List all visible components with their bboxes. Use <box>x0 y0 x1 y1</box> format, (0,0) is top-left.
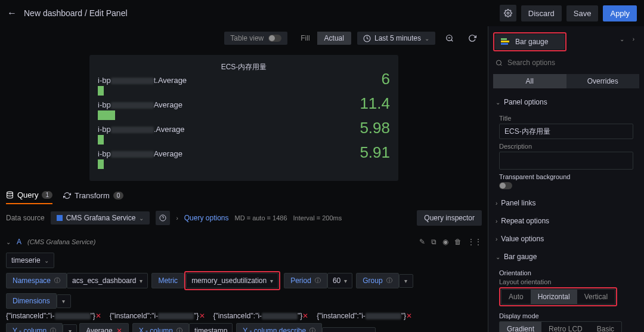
time-range-label: Last 5 minutes <box>374 34 421 42</box>
period-label: Periodⓘ <box>284 273 327 288</box>
group-select[interactable]: ▾ <box>399 274 413 288</box>
chevron-down-icon[interactable]: ⌄ <box>620 36 624 42</box>
remove-icon[interactable]: ✕ <box>302 312 308 320</box>
section-repeat-options[interactable]: ›Repeat options <box>488 212 644 230</box>
panel-preview: ECS-内存用量 i-bpt.Average 6i-bpAverage 11.4… <box>89 55 398 181</box>
tab-overrides[interactable]: Overrides <box>566 74 640 88</box>
save-button[interactable]: Save <box>566 5 599 21</box>
group-label: Groupⓘ <box>356 273 398 288</box>
bar-gauge-icon <box>501 38 510 45</box>
section-panel-links[interactable]: ›Panel links <box>488 194 644 212</box>
query-options-link[interactable]: Query options <box>184 214 229 222</box>
instance-chip[interactable]: {"instanceId":"i-"}✕ <box>6 312 101 320</box>
database-icon <box>6 191 14 199</box>
datasource-name: CMS Grafana Service <box>66 214 136 222</box>
instance-chip[interactable]: {"instanceId":"i-"}✕ <box>213 312 309 320</box>
ycolumn-func[interactable]: Average✕ <box>79 323 128 332</box>
table-view-label: Table view <box>230 34 264 42</box>
section-value-options[interactable]: ›Value options <box>488 230 644 248</box>
interval-info: Interval = 200ms <box>293 214 342 222</box>
section-panel-options[interactable]: ⌄Panel options <box>488 93 644 111</box>
transparent-bg-toggle[interactable] <box>499 182 512 189</box>
fill-option[interactable]: Fill <box>293 32 317 45</box>
gauge-label: i-bpt.Average <box>98 76 390 85</box>
apply-button[interactable]: Apply <box>603 5 637 21</box>
chevron-right-icon[interactable]: › <box>633 36 634 42</box>
datasource-picker[interactable]: CMS Grafana Service ⌄ <box>51 211 150 225</box>
ycolumn-add[interactable]: ▾ <box>63 324 77 333</box>
tab-transform-label: Transform <box>75 191 110 200</box>
toggle-query-icon[interactable]: ◉ <box>442 238 448 246</box>
duplicate-query-icon[interactable]: ⧉ <box>431 238 436 246</box>
visualization-picker[interactable]: Bar gauge <box>495 34 565 50</box>
table-view-toggle[interactable]: Table view <box>224 32 287 45</box>
chevron-down-icon: ⌄ <box>425 35 429 42</box>
remove-icon[interactable]: ✕ <box>95 312 101 320</box>
mode-retro[interactable]: Retro LCD <box>541 322 590 332</box>
orientation-radio[interactable]: Auto Horizontal Vertical <box>501 289 615 305</box>
actual-option[interactable]: Actual <box>317 32 351 45</box>
instance-chip[interactable]: {"instanceId":"i-"}✕ <box>110 312 205 320</box>
md-auto-info: MD = auto = 1486 <box>234 214 287 222</box>
orientation-highlight: Auto Horizontal Vertical <box>499 287 617 306</box>
metric-select[interactable]: memory_usedutilization ▾ <box>186 273 278 288</box>
options-tabs[interactable]: All Overrides <box>493 74 639 88</box>
orient-auto[interactable]: Auto <box>501 290 531 304</box>
svg-line-3 <box>451 40 453 42</box>
transform-icon <box>63 192 71 199</box>
period-select[interactable]: 60 ▾ <box>327 273 352 288</box>
discard-button[interactable]: Discard <box>521 5 562 21</box>
datasource-help-icon[interactable] <box>156 211 170 225</box>
tab-transform-count: 0 <box>113 192 124 199</box>
query-inspector-button[interactable]: Query inspector <box>417 210 482 226</box>
tab-query-count: 1 <box>42 191 52 199</box>
description-label: Description <box>499 143 633 150</box>
datasource-label: Data source <box>6 214 45 222</box>
collapse-icon[interactable]: ⌄ <box>6 239 11 245</box>
gauge-label: i-bpAverage <box>98 149 390 158</box>
remove-icon[interactable]: ✕ <box>406 312 412 320</box>
refresh-icon[interactable] <box>464 30 481 47</box>
svg-line-9 <box>500 64 501 65</box>
tab-transform[interactable]: Transform 0 <box>63 191 123 204</box>
back-arrow-icon[interactable]: ← <box>7 8 17 19</box>
metric-label: Metric <box>151 273 184 288</box>
ycolumn-label: Y - columnⓘ <box>6 323 63 332</box>
time-range-picker[interactable]: Last 5 minutes ⌄ <box>357 32 435 45</box>
gauge-row: i-bpAverage 11.4 <box>98 100 390 120</box>
orient-horizontal[interactable]: Horizontal <box>531 290 577 304</box>
search-options-input[interactable] <box>507 59 637 67</box>
tab-query-label: Query <box>17 190 38 199</box>
edit-datasource-icon[interactable]: ✎ <box>419 238 425 246</box>
query-type-select[interactable]: timeserie⌄ <box>6 253 54 268</box>
settings-icon[interactable] <box>500 5 516 21</box>
breadcrumb: New dashboard / Edit Panel <box>24 8 500 18</box>
orient-vertical[interactable]: Vertical <box>577 290 615 304</box>
dimensions-select[interactable]: ▾ <box>57 294 71 308</box>
delete-query-icon[interactable]: 🗑 <box>454 238 462 246</box>
layout-orientation-desc: Layout orientation <box>499 278 633 285</box>
xcolumn-input[interactable]: timestamp <box>189 323 233 332</box>
remove-icon[interactable]: ✕ <box>116 327 122 332</box>
section-bar-gauge[interactable]: ⌄Bar gauge <box>488 248 644 266</box>
ycolumn-describe-input[interactable] <box>322 327 376 332</box>
remove-icon[interactable]: ✕ <box>199 312 205 320</box>
description-input[interactable] <box>499 152 633 170</box>
namespace-select[interactable]: acs_ecs_dashboard ▾ <box>67 273 148 288</box>
drag-handle-icon[interactable]: ⋮⋮ <box>467 238 482 246</box>
display-mode-label: Display mode <box>499 312 633 319</box>
tab-query[interactable]: Query 1 <box>6 190 52 204</box>
title-input[interactable] <box>499 124 633 139</box>
tab-all[interactable]: All <box>493 74 566 88</box>
instance-chip[interactable]: {"instanceId":"i-"}✕ <box>317 312 412 320</box>
fill-actual-toggle[interactable]: Fill Actual <box>293 32 351 45</box>
gauge-label: i-bp.Average <box>98 125 390 134</box>
query-ref-id[interactable]: A <box>17 238 21 246</box>
display-mode-radio[interactable]: Gradient Retro LCD Basic <box>499 321 622 332</box>
orientation-label: Orientation <box>499 269 633 276</box>
mode-gradient[interactable]: Gradient <box>500 322 541 332</box>
clock-icon <box>363 35 371 42</box>
zoom-out-icon[interactable] <box>441 30 458 47</box>
viz-name: Bar gauge <box>515 38 548 46</box>
mode-basic[interactable]: Basic <box>590 322 621 332</box>
